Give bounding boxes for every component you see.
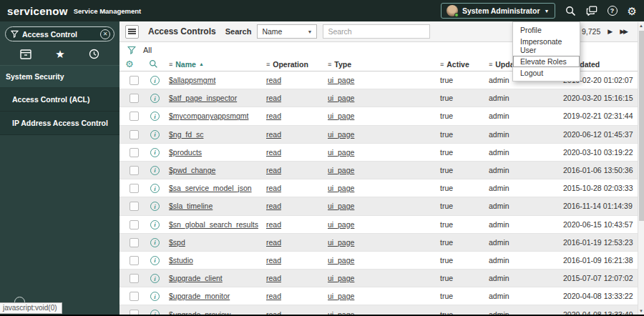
operation-link[interactable]: read xyxy=(266,166,281,174)
type-link[interactable]: ui_page xyxy=(328,112,354,120)
list-search-input[interactable] xyxy=(323,24,430,39)
type-link[interactable]: ui_page xyxy=(328,274,354,282)
record-link[interactable]: $upgrade_client xyxy=(169,274,223,282)
column-header-active[interactable]: ≡ Active xyxy=(440,57,469,71)
row-info-icon[interactable]: i xyxy=(150,184,160,193)
scrollbar-thumb[interactable] xyxy=(639,31,644,221)
record-link[interactable]: $products xyxy=(169,148,202,157)
cell-active: true xyxy=(440,107,453,124)
operation-link[interactable]: read xyxy=(266,292,281,300)
row-info-icon[interactable]: i xyxy=(150,238,160,247)
row-checkbox[interactable] xyxy=(130,202,139,211)
connect-chat-icon[interactable] xyxy=(586,6,597,16)
global-search-icon[interactable] xyxy=(565,6,576,16)
row-checkbox[interactable] xyxy=(130,256,139,265)
menu-item-impersonate-user[interactable]: Impersonate User xyxy=(513,36,580,56)
all-applications-icon[interactable] xyxy=(20,49,31,59)
record-link[interactable]: $sn_global_search_results xyxy=(169,220,258,229)
operation-link[interactable]: read xyxy=(266,274,281,282)
menu-item-logout[interactable]: Logout xyxy=(513,67,580,79)
column-header-type[interactable]: ≡ Type xyxy=(328,57,351,71)
row-checkbox[interactable] xyxy=(130,220,139,229)
row-info-icon[interactable]: i xyxy=(150,112,160,121)
column-header-name[interactable]: ≡ Name ▲ xyxy=(169,57,204,71)
type-link[interactable]: ui_page xyxy=(328,220,354,229)
row-checkbox[interactable] xyxy=(130,130,139,139)
user-menu-button[interactable]: System Administrator ▼ xyxy=(441,3,555,19)
type-link[interactable]: ui_page xyxy=(328,256,354,265)
type-link[interactable]: ui_page xyxy=(328,166,354,174)
type-link[interactable]: ui_page xyxy=(328,148,354,157)
record-link[interactable]: $ng_fd_sc xyxy=(169,130,203,139)
record-link[interactable]: $sa_service_model_json xyxy=(169,184,252,192)
row-info-icon[interactable]: i xyxy=(150,94,160,103)
record-link[interactable]: $pwd_change xyxy=(169,166,215,174)
operation-link[interactable]: read xyxy=(266,202,281,210)
row-info-icon[interactable]: i xyxy=(150,220,160,229)
operation-link[interactable]: read xyxy=(266,256,281,265)
record-link[interactable]: $allappsmgmt xyxy=(169,76,215,84)
row-checkbox[interactable] xyxy=(130,112,139,121)
navigator-filter-input[interactable]: Access Control ✕ xyxy=(5,26,114,41)
operation-link[interactable]: read xyxy=(266,220,281,229)
record-link[interactable]: $spd xyxy=(169,238,185,247)
record-link[interactable]: $atf_page_inspector xyxy=(169,94,237,102)
operation-link[interactable]: read xyxy=(266,238,281,247)
settings-gear-icon[interactable]: ⚙ xyxy=(628,6,637,16)
vertical-scrollbar[interactable]: ▲ ▼ xyxy=(638,22,644,316)
help-icon[interactable]: ? xyxy=(608,6,618,16)
row-checkbox[interactable] xyxy=(130,76,139,85)
operation-link[interactable]: read xyxy=(266,76,281,84)
nav-item-ip-address-access-control[interactable]: IP Address Access Control xyxy=(0,112,119,135)
nav-item-access-control-acl[interactable]: Access Control (ACL) xyxy=(0,88,119,112)
search-field-select[interactable]: Name ▼ xyxy=(257,24,317,39)
row-checkbox[interactable] xyxy=(130,148,139,157)
row-checkbox[interactable] xyxy=(130,94,139,103)
type-link[interactable]: ui_page xyxy=(328,202,354,210)
type-link[interactable]: ui_page xyxy=(328,94,354,102)
record-link[interactable]: $upgrade_monitor xyxy=(169,292,230,300)
operation-link[interactable]: read xyxy=(266,94,281,102)
row-info-icon[interactable]: i xyxy=(150,166,160,175)
favorites-star-icon[interactable]: ★ xyxy=(55,49,64,59)
type-link[interactable]: ui_page xyxy=(328,184,354,192)
column-header-operation[interactable]: ≡ Operation xyxy=(266,57,308,71)
personalize-list-gear-icon[interactable]: ⚙ xyxy=(125,59,134,69)
row-checkbox[interactable] xyxy=(130,184,139,193)
history-clock-icon[interactable] xyxy=(89,49,99,59)
row-info-icon[interactable]: i xyxy=(150,76,160,85)
row-info-icon[interactable]: i xyxy=(150,274,160,283)
cell-name: $mycompanyappsmgmt xyxy=(169,107,248,124)
breadcrumb-all-link[interactable]: All xyxy=(143,46,152,54)
operation-link[interactable]: read xyxy=(266,148,281,157)
clear-filter-icon[interactable]: ✕ xyxy=(100,29,110,39)
type-link[interactable]: ui_page xyxy=(328,238,354,247)
menu-item-elevate-roles[interactable]: Elevate Roles xyxy=(513,56,580,67)
record-link[interactable]: $sla_timeline xyxy=(169,202,213,210)
row-checkbox[interactable] xyxy=(130,292,139,301)
menu-item-profile[interactable]: Profile xyxy=(513,24,580,36)
record-link[interactable]: $studio xyxy=(169,256,193,265)
next-page-button[interactable]: ▶ xyxy=(608,28,613,35)
row-checkbox[interactable] xyxy=(130,274,139,283)
column-search-icon[interactable] xyxy=(149,59,158,69)
last-page-button[interactable]: ▶▶ xyxy=(620,28,627,35)
scroll-up-icon[interactable]: ▲ xyxy=(638,24,644,28)
type-link[interactable]: ui_page xyxy=(328,130,354,139)
row-info-icon[interactable]: i xyxy=(150,202,160,211)
operation-link[interactable]: read xyxy=(266,130,281,139)
operation-link[interactable]: read xyxy=(266,112,281,120)
row-info-icon[interactable]: i xyxy=(150,130,160,139)
record-link[interactable]: $mycompanyappsmgmt xyxy=(169,112,248,120)
list-context-menu-button[interactable] xyxy=(125,25,139,39)
row-checkbox[interactable] xyxy=(130,166,139,175)
type-link[interactable]: ui_page xyxy=(328,292,354,300)
type-link[interactable]: ui_page xyxy=(328,76,354,84)
operation-link[interactable]: read xyxy=(266,184,281,192)
scroll-down-icon[interactable]: ▼ xyxy=(638,309,644,313)
row-info-icon[interactable]: i xyxy=(150,292,160,301)
row-info-icon[interactable]: i xyxy=(150,148,160,157)
row-info-icon[interactable]: i xyxy=(150,256,160,265)
breadcrumb-filter-icon[interactable] xyxy=(127,46,136,54)
row-checkbox[interactable] xyxy=(130,238,139,247)
